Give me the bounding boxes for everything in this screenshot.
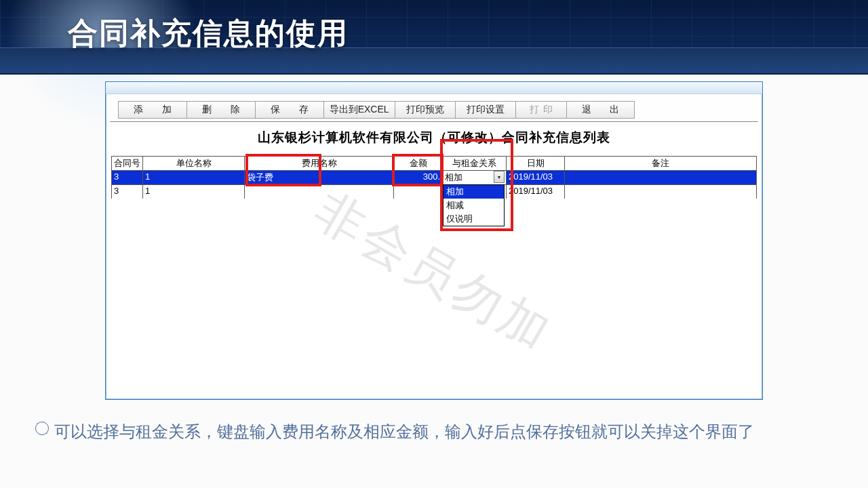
window-titlebar [106,82,762,94]
cell-unit-name[interactable]: 1 [142,170,244,184]
col-date: 日期 [506,156,564,170]
data-grid[interactable]: 合同号 单位名称 费用名称 金额 与租金关系 日期 备注 3 1 袋子费 300… [111,156,757,199]
exit-button[interactable]: 退 出 [566,101,635,119]
cell-amount[interactable]: 300. [393,170,442,184]
page-setup-button[interactable]: 打印设置 [455,101,516,119]
dropdown-option[interactable]: 仅说明 [443,212,504,226]
form-panel: 非会员勿加 山东银杉计算机软件有限公司（可修改）合同补充信息列表 合同号 单位名… [110,121,758,395]
print-preview-button[interactable]: 打印预览 [395,101,456,119]
cell-date[interactable]: 2019/11/03 [506,170,564,184]
dropdown-option[interactable]: 相减 [443,199,504,212]
form-title: 山东银杉计算机软件有限公司（可修改）合同补充信息列表 [110,126,758,156]
cell-fee-name[interactable]: 袋子费 [244,170,393,184]
col-contract-no: 合同号 [111,156,142,170]
cell-fee-name[interactable] [244,184,393,199]
cell-remark[interactable] [564,184,757,199]
watermark-text: 非会员勿加 [303,178,565,367]
print-button[interactable]: 打印 [515,101,567,119]
col-remark: 备注 [564,156,757,170]
add-button[interactable]: 添 加 [118,101,187,119]
app-window: 添 加 删 除 保 存 导出到EXCEL 打印预览 打印设置 打印 退 出 非会… [105,81,763,400]
delete-button[interactable]: 删 除 [186,101,256,119]
table-row[interactable]: 3 1 2019/11/03 [111,184,757,199]
cell-date[interactable]: 2019/11/03 [506,184,564,199]
cell-amount[interactable] [393,184,442,199]
chevron-down-icon[interactable]: ▾ [494,171,505,183]
col-amount: 金额 [393,156,442,170]
grid-header-row: 合同号 单位名称 费用名称 金额 与租金关系 日期 备注 [111,156,757,170]
col-unit-name: 单位名称 [142,156,244,170]
save-button[interactable]: 保 存 [255,101,324,119]
relation-dropdown[interactable]: 相加 相减 仅说明 [443,184,505,226]
slide-caption: 可以选择与租金关系，键盘输入费用名称及相应金额，输入好后点保存按钮就可以关掉这个… [54,420,827,444]
col-relation: 与租金关系 [442,156,506,170]
slide-title: 合同补充信息的使用 [68,14,349,54]
sun-bullet-icon [35,422,49,435]
caption-text: 可以选择与租金关系，键盘输入费用名称及相应金额，输入好后点保存按钮就可以关掉这个… [54,422,754,441]
table-row[interactable]: 3 1 袋子费 300. 相加 2019/11/03 [111,170,757,184]
export-excel-button[interactable]: 导出到EXCEL [323,101,395,119]
cell-unit-name[interactable]: 1 [142,184,244,199]
cell-remark[interactable] [564,170,757,184]
cell-contract-no[interactable]: 3 [111,184,142,199]
toolbar: 添 加 删 除 保 存 导出到EXCEL 打印预览 打印设置 打印 退 出 [118,100,750,120]
cell-contract-no[interactable]: 3 [111,170,142,184]
col-fee-name: 费用名称 [244,156,393,170]
dropdown-option[interactable]: 相加 [443,185,504,199]
